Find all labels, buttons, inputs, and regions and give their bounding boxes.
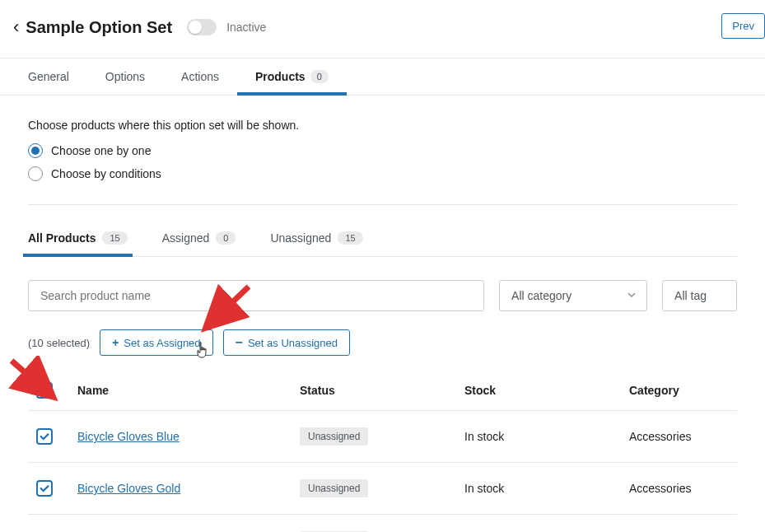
row-checkbox[interactable] — [36, 480, 53, 497]
product-link[interactable]: Bicycle Gloves Blue — [77, 430, 180, 443]
tab-label: General — [28, 70, 69, 83]
main-tabs-container: General Options Actions Products 0 — [0, 58, 765, 96]
subtab-badge: 15 — [338, 231, 362, 245]
product-link[interactable]: Bicycle Gloves Gold — [77, 482, 180, 495]
products-table: Name Status Stock Category Bicycle Glove… — [28, 371, 737, 532]
tab-general[interactable]: General — [10, 58, 87, 95]
plus-icon: + — [112, 336, 119, 349]
subtab-label: Assigned — [162, 231, 210, 245]
subtab-label: All Products — [28, 231, 96, 245]
category-cell: Accessories — [621, 463, 737, 515]
filters-row: All category All tag — [28, 280, 737, 311]
back-chevron-icon[interactable]: ‹ — [13, 16, 19, 38]
set-unassigned-button[interactable]: − Set as Unassigned — [223, 329, 350, 356]
subtab-all-products[interactable]: All Products 15 — [28, 231, 128, 256]
header-status[interactable]: Status — [292, 371, 456, 411]
header-checkbox-cell — [28, 371, 69, 411]
toggle-status-label: Inactive — [226, 21, 266, 34]
status-badge: Unassigned — [300, 479, 368, 497]
button-label: Set as Unassigned — [248, 337, 338, 349]
category-select[interactable]: All category — [499, 280, 647, 311]
header-stock[interactable]: Stock — [456, 371, 621, 411]
section-description: Choose products where this option set wi… — [28, 119, 737, 132]
button-label: Set as Assigned — [124, 337, 200, 349]
radio-label: Choose one by one — [51, 144, 151, 157]
stock-cell: In stock — [456, 515, 621, 533]
stock-cell: In stock — [456, 463, 621, 515]
table-row: Bicycle Gloves Pink Unassigned In stock … — [28, 515, 737, 533]
minus-icon: − — [236, 336, 243, 349]
radio-choose-by-conditions[interactable]: Choose by conditions — [28, 166, 737, 181]
tab-options[interactable]: Options — [87, 58, 163, 95]
header-category[interactable]: Category — [621, 371, 737, 411]
tab-badge: 0 — [310, 70, 329, 83]
tab-actions[interactable]: Actions — [163, 58, 237, 95]
header-name[interactable]: Name — [69, 371, 292, 411]
subtab-badge: 0 — [216, 231, 236, 245]
category-cell: Accessories — [621, 411, 737, 463]
subtab-assigned[interactable]: Assigned 0 — [162, 231, 236, 256]
stock-cell: In stock — [456, 411, 621, 463]
tab-label: Options — [105, 70, 145, 83]
select-value: All tag — [674, 289, 707, 302]
radio-icon — [28, 143, 43, 158]
content-area: Choose products where this option set wi… — [0, 96, 765, 532]
radio-choose-one-by-one[interactable]: Choose one by one — [28, 143, 737, 158]
preview-button[interactable]: Prev — [721, 13, 765, 39]
selected-count: (10 selected) — [28, 337, 90, 349]
status-badge: Unassigned — [300, 427, 368, 446]
radio-label: Choose by conditions — [51, 167, 161, 180]
row-checkbox[interactable] — [36, 428, 53, 445]
subtab-badge: 15 — [102, 231, 127, 245]
bulk-actions-row: (10 selected) + Set as Assigned − Set as… — [28, 329, 737, 356]
chevron-down-icon — [627, 289, 637, 302]
status-toggle[interactable] — [187, 19, 217, 35]
table-row: Bicycle Gloves Gold Unassigned In stock … — [28, 463, 737, 515]
table-row: Bicycle Gloves Blue Unassigned In stock … — [28, 411, 737, 463]
tab-label: Actions — [181, 70, 219, 83]
page-header: ‹ Sample Option Set Inactive Prev — [0, 0, 765, 54]
tab-label: Products — [255, 70, 306, 83]
search-input[interactable] — [28, 280, 484, 311]
product-subtabs: All Products 15 Assigned 0 Unassigned 15 — [28, 231, 737, 257]
tag-select[interactable]: All tag — [662, 280, 737, 311]
category-cell: Accessories — [621, 515, 737, 533]
subtab-unassigned[interactable]: Unassigned 15 — [270, 231, 362, 256]
tab-products[interactable]: Products 0 — [237, 58, 347, 95]
set-assigned-button[interactable]: + Set as Assigned — [100, 329, 212, 356]
subtab-label: Unassigned — [270, 231, 331, 245]
section-divider — [28, 204, 737, 205]
select-value: All category — [511, 289, 571, 302]
toggle-knob — [189, 21, 202, 34]
page-title: Sample Option Set — [26, 18, 172, 37]
radio-icon — [28, 166, 43, 181]
select-all-checkbox[interactable] — [36, 382, 53, 399]
